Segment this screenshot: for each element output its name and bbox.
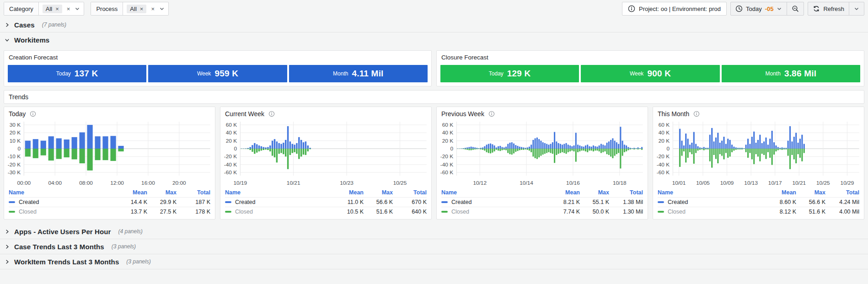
legend-series-created[interactable]: Created	[658, 199, 768, 205]
legend-header-name[interactable]: Name	[658, 189, 768, 196]
zoom-out-button[interactable]	[787, 2, 804, 15]
current-week-chart[interactable]: 60 K40 K20 K0-20 K-40 K-60 K10/1910/2110…	[220, 119, 431, 188]
stat-label: Month	[766, 70, 781, 77]
section-title-cases: Cases	[14, 21, 35, 29]
chevron-down-icon[interactable]	[159, 6, 165, 11]
chip-remove-icon[interactable]: ×	[55, 6, 59, 12]
filter-process-chip[interactable]: All×	[127, 5, 146, 13]
legend-series-created[interactable]: Created	[9, 199, 119, 205]
panel-creation-forecast: Creation Forecast Today 137 K Week 959 K…	[4, 50, 432, 86]
panel-title[interactable]: Previous Week	[441, 110, 484, 118]
legend-series-closed[interactable]: Closed	[225, 209, 335, 215]
legend-header-mean[interactable]: Mean	[119, 189, 147, 196]
legend-series-closed[interactable]: Closed	[9, 209, 119, 215]
stat-value: 900 K	[647, 69, 671, 79]
svg-text:-20 K: -20 K	[657, 154, 670, 160]
info-icon[interactable]	[693, 111, 700, 117]
svg-text:30 K: 30 K	[10, 122, 21, 128]
info-icon[interactable]	[30, 111, 36, 117]
legend-header-max[interactable]: Max	[796, 189, 825, 196]
stat-closure-month: Month 3.86 Mil	[722, 65, 860, 82]
section-title-case-trends: Case Trends Last 3 Months	[14, 243, 104, 251]
section-row-case-trends[interactable]: Case Trends Last 3 Months (3 panels)	[0, 239, 868, 254]
chevron-right-icon	[5, 259, 10, 264]
legend-header-max[interactable]: Max	[580, 189, 609, 196]
svg-text:-20 K: -20 K	[8, 161, 21, 167]
legend-row-closed: Closed 13.7 K 27.5 K 178 K	[9, 207, 210, 216]
previous-week-chart[interactable]: 60 K40 K20 K0-20 K-40 K-60 K10/1210/1410…	[437, 119, 648, 188]
svg-text:10/17: 10/17	[768, 180, 782, 186]
section-row-workitems[interactable]: Workitems	[0, 32, 868, 48]
legend-header-total[interactable]: Total	[609, 189, 643, 196]
legend-header-mean[interactable]: Mean	[552, 189, 580, 196]
svg-text:-30 K: -30 K	[8, 169, 21, 175]
legend-header-name[interactable]: Name	[225, 189, 335, 196]
filter-clear-icon[interactable]: ×	[151, 6, 155, 12]
filter-category-value[interactable]: All× ×	[39, 2, 84, 15]
timezone-offset: -05	[765, 5, 774, 12]
legend-header-mean[interactable]: Mean	[768, 189, 796, 196]
filter-process-value[interactable]: All× ×	[123, 2, 168, 15]
filter-clear-icon[interactable]: ×	[67, 6, 70, 12]
legend-series-created[interactable]: Created	[441, 199, 552, 205]
panel-title[interactable]: This Month	[658, 110, 689, 118]
legend-series-closed[interactable]: Closed	[658, 209, 768, 215]
legend-series-closed[interactable]: Closed	[441, 209, 552, 215]
legend-header-total[interactable]: Total	[825, 189, 859, 196]
stat-creation-week: Week 959 K	[148, 65, 287, 82]
project-environment-text: Project: oo | Environment: prod	[639, 5, 721, 12]
svg-text:-40 K: -40 K	[657, 161, 670, 167]
svg-text:08:00: 08:00	[79, 180, 93, 186]
max-value: 50.0 K	[580, 209, 609, 215]
info-icon[interactable]	[488, 111, 495, 117]
filter-process: Process All× ×	[91, 2, 169, 16]
stat-label: Week	[630, 70, 643, 77]
panel-title[interactable]: Today	[9, 110, 26, 118]
info-icon[interactable]	[268, 111, 275, 117]
chip-remove-icon[interactable]: ×	[140, 6, 144, 12]
max-value: 51.6 K	[796, 209, 825, 215]
series-label: Created	[668, 199, 688, 205]
panel-title[interactable]: Closure Forecast	[441, 54, 488, 61]
this-month-chart[interactable]: 60 K40 K20 K0-20 K-40 K-60 K10/0110/0510…	[653, 119, 864, 188]
trends-row-header[interactable]: Trends	[4, 90, 864, 104]
time-picker-button[interactable]: Today -05	[731, 2, 787, 15]
legend-header-max[interactable]: Max	[364, 189, 393, 196]
previous-week-legend: Name Mean Max Total Created 8.21 K 55.1 …	[437, 188, 648, 219]
legend-row-created: Created 8.60 K 56.6 K 4.24 Mil	[658, 197, 859, 207]
this-month-legend: Name Mean Max Total Created 8.60 K 56.6 …	[653, 188, 864, 219]
svg-text:0: 0	[666, 145, 670, 151]
stat-label: Month	[333, 70, 348, 77]
legend-header-mean[interactable]: Mean	[335, 189, 364, 196]
mean-value: 8.21 K	[552, 199, 580, 205]
refresh-interval-button[interactable]	[849, 2, 864, 15]
svg-text:-60 K: -60 K	[224, 169, 237, 175]
legend-header-name[interactable]: Name	[441, 189, 552, 196]
legend-series-created[interactable]: Created	[225, 199, 335, 205]
info-icon	[628, 5, 635, 12]
legend-header-name[interactable]: Name	[9, 189, 119, 196]
svg-text:10/25: 10/25	[393, 180, 407, 186]
section-row-cases[interactable]: Cases (7 panels)	[0, 17, 868, 32]
legend-header-max[interactable]: Max	[147, 189, 177, 196]
panel-this-month: This Month 60 K40 K20 K0-20 K-40 K-60 K1…	[653, 107, 864, 220]
svg-text:-40 K: -40 K	[440, 161, 454, 167]
section-row-apps[interactable]: Apps - Active Users Per Hour (4 panels)	[0, 224, 868, 239]
svg-text:10/21: 10/21	[287, 180, 300, 186]
section-row-workitem-trends[interactable]: WorkItem Trends Last 3 Months (3 panels)	[0, 254, 868, 269]
panel-title[interactable]: Current Week	[225, 110, 264, 118]
today-chart[interactable]: 30 K20 K10 K0-10 K-20 K-30 K00:0004:0008…	[4, 119, 215, 188]
stat-value: 129 K	[507, 69, 531, 79]
current-week-legend: Name Mean Max Total Created 11.0 K 56.6 …	[220, 188, 431, 219]
created-swatch	[441, 201, 448, 203]
filter-category-chip[interactable]: All×	[43, 5, 62, 13]
legend-header-total[interactable]: Total	[177, 189, 210, 196]
mean-value: 7.74 K	[552, 209, 580, 215]
panel-title[interactable]: Creation Forecast	[9, 54, 58, 61]
legend-header-total[interactable]: Total	[393, 189, 427, 196]
refresh-button[interactable]: Refresh	[808, 2, 849, 15]
refresh-icon	[813, 5, 820, 12]
chevron-right-icon	[5, 244, 10, 249]
max-value: 55.1 K	[580, 199, 609, 205]
chevron-down-icon[interactable]	[75, 6, 80, 11]
